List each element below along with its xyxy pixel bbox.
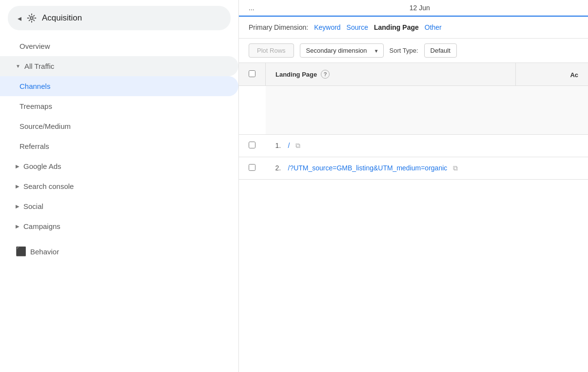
chevron-right-icon: ▶ <box>16 204 20 209</box>
top-bar-dots: ... <box>249 4 255 12</box>
row-1-page-cell: 1. / ⧉ <box>266 135 516 157</box>
sidebar-item-source-medium[interactable]: Source/Medium <box>0 116 238 136</box>
row-1-page-link[interactable]: / <box>288 142 290 149</box>
row-1-checkbox[interactable] <box>249 142 255 148</box>
empty-row <box>239 86 588 135</box>
sidebar-item-overview[interactable]: Overview <box>0 36 238 56</box>
toolbar-row: Plot Rows Secondary dimension Sort Type:… <box>239 39 588 63</box>
copy-icon[interactable]: ⧉ <box>453 164 458 172</box>
sidebar-item-behavior[interactable]: ⬛ Behavior <box>0 240 238 263</box>
sidebar-item-social[interactable]: ▶ Social <box>0 196 238 216</box>
sidebar-item-all-traffic[interactable]: ▼ All Traffic <box>0 56 238 76</box>
top-bar-date: 12 Jun <box>261 4 578 12</box>
secondary-dimension-select[interactable]: Secondary dimension <box>300 43 384 58</box>
table-row: 1. / ⧉ <box>239 135 588 157</box>
primary-dimension-label: Primary Dimension: <box>249 23 308 31</box>
th-checkbox <box>239 63 266 86</box>
primary-dimension-row: Primary Dimension: Keyword Source Landin… <box>239 17 588 39</box>
row-1-acq-cell <box>516 135 588 157</box>
chevron-down-icon: ▼ <box>16 63 20 69</box>
dim-source-link[interactable]: Source <box>347 23 368 31</box>
row-2-page-link[interactable]: /?UTM_source=GMB_listing&UTM_medium=orga… <box>288 164 448 172</box>
th-acquisition: Ac <box>516 63 588 86</box>
sidebar-item-google-ads[interactable]: ▶ Google Ads <box>0 156 238 176</box>
acquisition-arrow-icon: ◂ <box>18 14 21 23</box>
secondary-dimension-wrapper[interactable]: Secondary dimension <box>300 43 384 58</box>
row-1-num: 1. <box>275 142 284 149</box>
row-1-checkbox-cell <box>239 135 266 157</box>
dim-landing-page-active[interactable]: Landing Page <box>374 23 419 31</box>
table-container: Landing Page ? Ac <box>239 63 588 372</box>
row-2-checkbox-cell <box>239 157 266 180</box>
sort-default-value: Default <box>424 43 457 58</box>
sidebar-item-acquisition[interactable]: ◂ Acquisition <box>8 6 231 30</box>
acquisition-icon <box>26 13 37 23</box>
top-bar: ... 12 Jun <box>239 0 588 17</box>
dim-keyword-link[interactable]: Keyword <box>314 23 340 31</box>
landing-page-help-icon[interactable]: ? <box>321 70 330 79</box>
main-content: ... 12 Jun Primary Dimension: Keyword So… <box>239 0 588 372</box>
chevron-right-icon: ▶ <box>16 164 20 169</box>
acquisition-label: Acquisition <box>42 13 82 23</box>
sidebar-item-referrals[interactable]: Referrals <box>0 136 238 156</box>
table-row: 2. /?UTM_source=GMB_listing&UTM_medium=o… <box>239 157 588 180</box>
row-2-page-cell: 2. /?UTM_source=GMB_listing&UTM_medium=o… <box>266 157 516 180</box>
sidebar-item-treemaps[interactable]: Treemaps <box>0 96 238 116</box>
data-table: Landing Page ? Ac <box>239 63 588 180</box>
th-landing-page: Landing Page ? <box>266 63 516 86</box>
row-2-num: 2. <box>275 164 284 172</box>
sidebar: ◂ Acquisition Overview ▼ All Traffic Cha… <box>0 0 239 372</box>
sidebar-item-campaigns[interactable]: ▶ Campaigns <box>0 216 238 236</box>
plot-rows-button[interactable]: Plot Rows <box>249 43 294 58</box>
row-2-acq-cell <box>516 157 588 180</box>
chevron-right-icon: ▶ <box>16 224 20 229</box>
sidebar-item-search-console[interactable]: ▶ Search console <box>0 176 238 196</box>
sidebar-item-channels[interactable]: Channels <box>0 76 238 96</box>
chevron-right-icon: ▶ <box>16 184 20 189</box>
svg-point-0 <box>30 17 33 20</box>
copy-icon[interactable]: ⧉ <box>295 142 300 150</box>
row-2-checkbox[interactable] <box>249 164 255 171</box>
dim-other-link[interactable]: Other <box>425 23 442 31</box>
sort-type-label: Sort Type: <box>390 47 418 54</box>
select-all-checkbox[interactable] <box>249 70 255 77</box>
